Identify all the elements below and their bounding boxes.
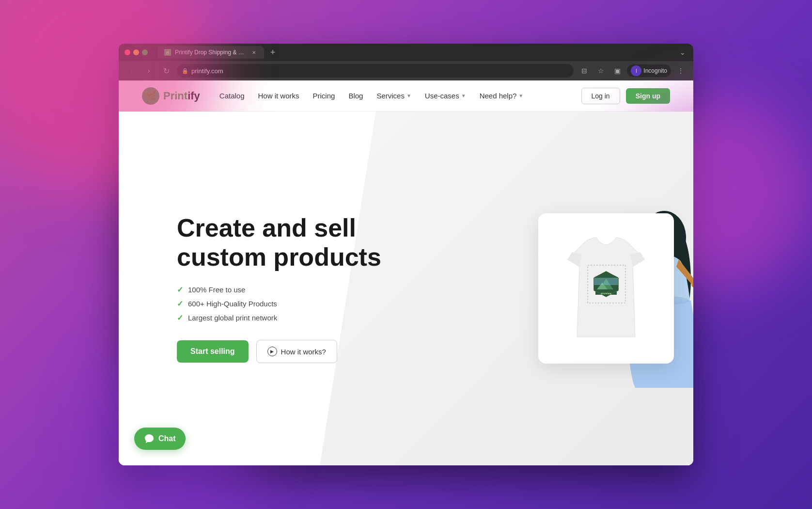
hero-title: Create and sell custom products <box>177 214 381 272</box>
bookmark-icon[interactable]: ☆ <box>594 64 608 78</box>
start-selling-button[interactable]: Start selling <box>177 340 249 363</box>
svg-rect-4 <box>594 278 618 285</box>
how-it-works-button[interactable]: ▶ How it works? <box>256 340 337 363</box>
nav-links: Catalog How it works Pricing Blog Servic… <box>219 92 581 100</box>
website-content: 🌿 Printify Catalog How it works Pricing … <box>119 80 693 465</box>
avatar: I <box>631 65 641 76</box>
sidebar-icon[interactable]: ▣ <box>610 64 624 78</box>
feature-item: ✓ 600+ High-Quality Products <box>177 299 381 308</box>
nav-actions: Log in Sign up <box>581 88 670 104</box>
nav-pricing[interactable]: Pricing <box>313 92 335 100</box>
need-help-arrow-icon: ▼ <box>518 93 523 98</box>
toolbar-actions: ⊟ ☆ ▣ I Incognito ⋮ <box>578 64 687 78</box>
nav-catalog[interactable]: Catalog <box>219 92 245 100</box>
play-icon: ▶ <box>267 347 277 356</box>
nav-blog[interactable]: Blog <box>348 92 363 100</box>
address-bar[interactable]: 🔒 printify.com <box>177 64 574 78</box>
nav-how-it-works[interactable]: How it works <box>258 92 299 100</box>
nav-services[interactable]: Services ▼ <box>376 92 411 100</box>
tshirt-svg: MOUNTAIN <box>558 230 655 347</box>
services-arrow-icon: ▼ <box>406 93 411 98</box>
hero-content: Create and sell custom products ✓ 100% F… <box>177 214 381 364</box>
login-button[interactable]: Log in <box>581 88 620 104</box>
check-icon: ✓ <box>177 285 183 294</box>
hero-visual: MOUNTAIN <box>538 213 674 364</box>
feature-item: ✓ Largest global print network <box>177 313 381 322</box>
nav-need-help[interactable]: Need help? ▼ <box>480 92 524 100</box>
check-icon: ✓ <box>177 299 183 308</box>
tshirt-card: MOUNTAIN <box>538 213 674 364</box>
signup-button[interactable]: Sign up <box>626 88 670 104</box>
profile-button[interactable]: I Incognito <box>627 64 671 77</box>
hero-cta: Start selling ▶ How it works? <box>177 340 381 363</box>
feature-item: ✓ 100% Free to use <box>177 285 381 294</box>
hero-section: Create and sell custom products ✓ 100% F… <box>119 111 693 465</box>
hero-features: ✓ 100% Free to use ✓ 600+ High-Quality P… <box>177 285 381 322</box>
tab-bar: 🖨 Printify Drop Shipping & Printi... ✕ + <box>157 46 674 59</box>
profile-label: Incognito <box>643 67 667 74</box>
new-tab-button[interactable]: + <box>266 46 280 59</box>
check-icon: ✓ <box>177 313 183 322</box>
chat-bubble-icon <box>144 433 155 444</box>
more-options-button[interactable]: ⋮ <box>674 64 687 78</box>
chat-widget[interactable]: Chat <box>134 428 186 450</box>
svg-text:MOUNTAIN: MOUNTAIN <box>601 292 611 295</box>
window-menu-button[interactable]: ⌄ <box>678 47 687 58</box>
tab-close-button[interactable]: ✕ <box>250 49 257 56</box>
chat-label: Chat <box>158 434 176 443</box>
cast-icon[interactable]: ⊟ <box>578 64 591 78</box>
use-cases-arrow-icon: ▼ <box>461 93 466 98</box>
nav-use-cases[interactable]: Use-cases ▼ <box>425 92 466 100</box>
